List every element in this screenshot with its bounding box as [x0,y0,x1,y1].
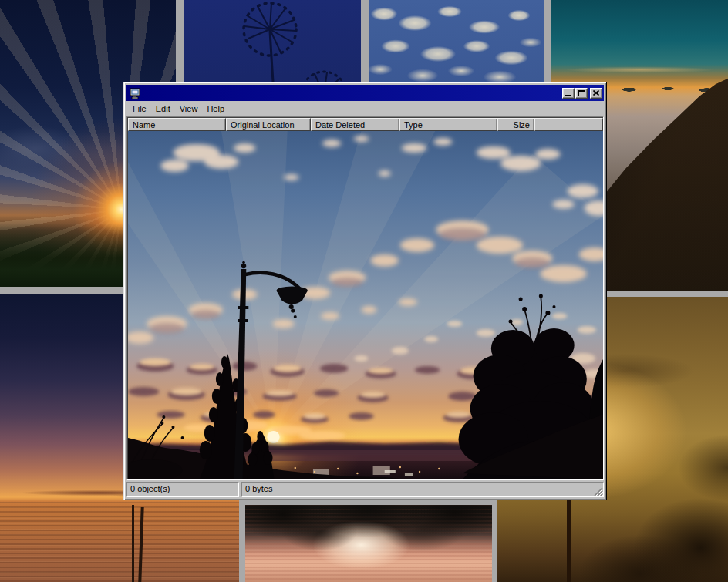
sunset-lamp-photo [128,131,603,479]
menu-view[interactable]: View [175,103,203,116]
wallpaper-showthrough-sunset-photo [128,131,603,479]
menu-help[interactable]: Help [202,103,229,116]
column-header-name[interactable]: Name [128,118,226,131]
desktop: { "window": { "title": "", "controls": {… [0,0,728,582]
close-icon [593,90,599,96]
column-header-size[interactable]: Size [497,118,534,131]
column-header-type[interactable]: Type [399,118,497,131]
minimize-button[interactable] [562,88,575,99]
menu-edit[interactable]: Edit [151,103,175,116]
status-bar: 0 object(s) 0 bytes [126,480,604,497]
column-header-date-deleted[interactable]: Date Deleted [311,118,399,131]
maximize-icon [578,90,585,96]
water-pole [138,507,143,582]
status-size-text: 0 bytes [245,484,272,493]
minimize-icon [565,95,571,96]
lamp-pole-bottom [567,500,571,582]
column-header-row: Name Original Location Date Deleted Type… [128,118,603,131]
computer-icon [129,87,141,99]
menu-file[interactable]: File [128,103,151,116]
maximize-button[interactable] [575,88,588,99]
recycle-bin-window: File Edit View Help Name Original Locati… [123,82,607,500]
status-size-pane: 0 bytes [241,482,604,497]
resize-grip-icon[interactable] [593,486,603,496]
wallpaper-tile-water-reflection [245,505,492,582]
close-button[interactable] [590,88,602,99]
file-list-viewport[interactable]: Name Original Location Date Deleted Type… [126,116,604,480]
column-header-blank [534,118,603,131]
title-bar[interactable] [126,85,604,101]
status-object-count: 0 object(s) [126,482,239,497]
column-header-original-location[interactable]: Original Location [226,118,311,131]
menu-bar: File Edit View Help [126,101,604,116]
water-pole [132,505,134,582]
